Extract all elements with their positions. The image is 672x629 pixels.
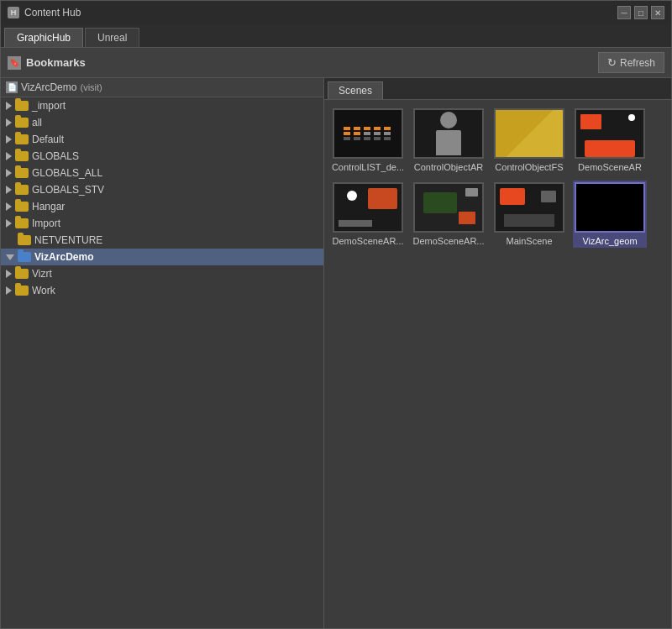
expand-icon bbox=[6, 118, 12, 127]
item-label: Import bbox=[32, 218, 60, 229]
folder-icon bbox=[15, 118, 29, 128]
item-label: NETVENTURE bbox=[34, 234, 102, 246]
bookmarks-label: Bookmarks bbox=[26, 56, 86, 69]
main-area: 📄 VizArcDemo (visit) _import all Default bbox=[1, 78, 671, 628]
item-label: GLOBALS_ALL bbox=[32, 167, 102, 179]
item-label: Hangar bbox=[32, 201, 65, 212]
tree-item-globals[interactable]: GLOBALS bbox=[1, 148, 323, 165]
folder-icon bbox=[18, 252, 31, 262]
expand-icon bbox=[6, 286, 12, 295]
expand-icon bbox=[6, 169, 12, 177]
expand-icon bbox=[6, 254, 14, 260]
thumb-visual bbox=[415, 184, 482, 231]
refresh-label: Refresh bbox=[620, 57, 655, 69]
folder-icon bbox=[15, 134, 29, 144]
tree-item-import-folder[interactable]: Import bbox=[1, 215, 323, 232]
scene-item-demoscenar2[interactable]: DemoSceneAR... bbox=[331, 181, 405, 248]
scene-label: ControlObjectFS bbox=[495, 162, 563, 172]
window-controls: ─ □ ✕ bbox=[617, 6, 664, 19]
folder-icon bbox=[15, 269, 29, 279]
tree-item-globals-stv[interactable]: GLOBALS_STV bbox=[1, 181, 323, 198]
expand-icon bbox=[6, 152, 12, 160]
scene-thumb bbox=[575, 108, 645, 159]
tree-item-vizrt[interactable]: Vizrt bbox=[1, 265, 323, 282]
root-suffix: (visit) bbox=[80, 82, 102, 92]
scene-label: VizArc_geom bbox=[582, 236, 637, 246]
tree-item-work[interactable]: Work bbox=[1, 282, 323, 299]
tab-scenes[interactable]: Scenes bbox=[328, 81, 383, 99]
tree-item-hangar[interactable]: Hangar bbox=[1, 198, 323, 215]
folder-icon bbox=[15, 286, 29, 296]
scene-item-mainscene[interactable]: MainScene bbox=[492, 181, 566, 248]
tree-item-default[interactable]: Default bbox=[1, 131, 323, 148]
tree-item-import[interactable]: _import bbox=[1, 97, 323, 114]
scene-item-demoscenar1[interactable]: DemoSceneAR bbox=[573, 107, 647, 174]
item-label: Vizrt bbox=[32, 268, 52, 280]
close-button[interactable]: ✕ bbox=[651, 6, 664, 19]
folder-icon bbox=[15, 202, 29, 212]
thumb-visual bbox=[496, 184, 563, 231]
scene-thumb bbox=[494, 108, 564, 159]
scene-thumb bbox=[333, 108, 403, 159]
tree-item-all[interactable]: all bbox=[1, 114, 323, 131]
main-window: H Content Hub ─ □ ✕ GraphicHub Unreal 🔖 … bbox=[0, 0, 672, 629]
title-bar: H Content Hub ─ □ ✕ bbox=[1, 1, 671, 24]
expand-icon bbox=[6, 202, 12, 211]
item-label: VizArcDemo bbox=[34, 251, 93, 263]
expand-icon bbox=[6, 102, 12, 110]
tab-graphichub[interactable]: GraphicHub bbox=[4, 28, 83, 47]
scenes-grid: ControlLIST_de... ControlObjectAR bbox=[324, 100, 671, 628]
tab-unreal[interactable]: Unreal bbox=[85, 28, 139, 47]
item-label: GLOBALS_STV bbox=[32, 184, 104, 196]
tab-bar: GraphicHub Unreal bbox=[1, 24, 671, 48]
maximize-button[interactable]: □ bbox=[634, 6, 648, 19]
scene-label: ControlLIST_de... bbox=[332, 162, 404, 172]
scene-item-controlobjfs[interactable]: ControlObjectFS bbox=[492, 107, 566, 174]
item-label: all bbox=[32, 117, 42, 128]
thumb-visual bbox=[415, 110, 482, 157]
expand-icon bbox=[6, 135, 12, 144]
tree-item-vizarcdemo[interactable]: VizArcDemo bbox=[1, 249, 323, 265]
title-bar-left: H Content Hub bbox=[8, 7, 81, 18]
folder-icon bbox=[18, 235, 31, 245]
folder-icon bbox=[15, 168, 29, 178]
expand-icon bbox=[6, 219, 12, 228]
scene-thumb bbox=[413, 182, 484, 233]
thumb-visual bbox=[576, 110, 643, 157]
tree-item-netventure[interactable]: NETVENTURE bbox=[1, 232, 323, 249]
tree-item-globals-all[interactable]: GLOBALS_ALL bbox=[1, 165, 323, 181]
thumb-visual bbox=[334, 110, 402, 157]
item-label: _import bbox=[32, 100, 66, 112]
item-label: GLOBALS bbox=[32, 150, 79, 162]
scene-item-demoscenar3[interactable]: DemoSceneAR... bbox=[412, 181, 486, 248]
folder-icon bbox=[15, 185, 29, 195]
thumb-visual bbox=[576, 184, 643, 231]
folder-icon bbox=[15, 151, 29, 161]
scene-label: DemoSceneAR... bbox=[333, 236, 404, 246]
root-icon: 📄 bbox=[6, 81, 18, 93]
scene-label: DemoSceneAR bbox=[578, 162, 642, 172]
scene-item-vizarcgeom[interactable]: VizArc_geom bbox=[573, 181, 647, 248]
folder-icon bbox=[15, 101, 29, 111]
bookmarks-icon: 🔖 bbox=[8, 56, 21, 70]
stage-light bbox=[628, 114, 635, 121]
sidebar-root[interactable]: 📄 VizArcDemo (visit) bbox=[1, 78, 323, 97]
refresh-icon: ↻ bbox=[607, 56, 617, 69]
window-title: Content Hub bbox=[24, 7, 81, 18]
scene-item-controllist[interactable]: ControlLIST_de... bbox=[331, 107, 405, 174]
root-label: VizArcDemo bbox=[21, 81, 76, 93]
content-area: Scenes bbox=[324, 78, 671, 628]
minimize-button[interactable]: ─ bbox=[617, 6, 631, 19]
item-label: Work bbox=[32, 285, 55, 296]
scene-item-controlobjar[interactable]: ControlObjectAR bbox=[412, 107, 486, 174]
sidebar: 📄 VizArcDemo (visit) _import all Default bbox=[1, 78, 324, 628]
stage bbox=[585, 140, 635, 157]
scene-thumb bbox=[575, 182, 645, 233]
scene-label: MainScene bbox=[506, 236, 552, 246]
thumb-visual bbox=[334, 184, 402, 231]
scene-label: ControlObjectAR bbox=[414, 162, 484, 172]
scene-label: DemoSceneAR... bbox=[413, 236, 485, 246]
expand-icon bbox=[6, 186, 12, 194]
app-icon: H bbox=[8, 7, 19, 18]
refresh-button[interactable]: ↻ Refresh bbox=[598, 52, 664, 73]
